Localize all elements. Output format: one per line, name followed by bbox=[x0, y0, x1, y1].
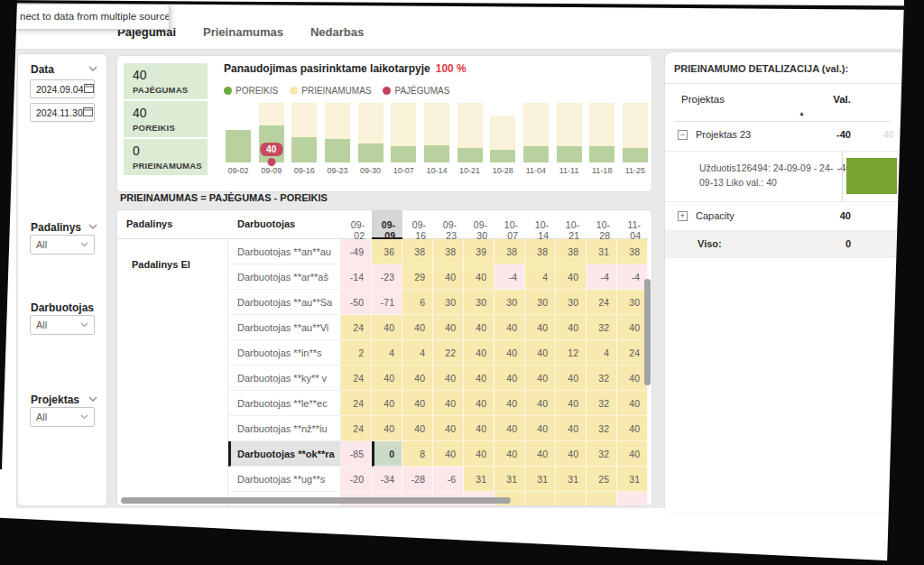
horizontal-scrollbar[interactable] bbox=[121, 497, 511, 504]
value-cell[interactable]: 32 bbox=[587, 441, 617, 467]
value-cell[interactable]: 40 bbox=[433, 441, 464, 467]
value-cell[interactable]: 32 bbox=[587, 315, 617, 340]
value-cell[interactable]: 40 bbox=[433, 366, 464, 391]
employee-name-cell[interactable]: Darbuotojas **ar**aš bbox=[228, 264, 341, 290]
legend-item-pajėgumas[interactable]: PAJĖGUMAS bbox=[383, 86, 449, 96]
value-cell[interactable]: 24 bbox=[341, 416, 372, 441]
chevron-down-icon[interactable] bbox=[88, 396, 97, 403]
value-cell[interactable]: -50 bbox=[341, 290, 372, 315]
value-cell[interactable]: -20 bbox=[341, 467, 372, 492]
vertical-scrollbar[interactable] bbox=[644, 279, 651, 385]
value-cell[interactable]: 40 bbox=[494, 416, 525, 441]
value-cell[interactable]: 31 bbox=[464, 467, 494, 492]
value-cell[interactable]: 40 bbox=[402, 416, 433, 441]
value-cell[interactable]: 40 bbox=[525, 366, 556, 391]
filter-dropdown-darbuotojas[interactable]: All bbox=[30, 315, 95, 335]
value-cell[interactable]: 4 bbox=[402, 340, 433, 366]
value-cell[interactable]: 40 bbox=[556, 264, 587, 290]
column-header-date[interactable]: 09-02 bbox=[341, 210, 372, 239]
column-header-darbuotojas[interactable]: Darbuotojas bbox=[228, 210, 341, 239]
tab-prieinamumas[interactable]: Prieinamumas bbox=[203, 25, 283, 39]
legend-item-poreikis[interactable]: POREIKIS bbox=[224, 86, 278, 96]
column-header-date[interactable]: 09-23 bbox=[433, 210, 464, 239]
value-cell[interactable]: 29 bbox=[402, 264, 433, 290]
value-cell[interactable]: 40 bbox=[556, 441, 587, 467]
value-cell[interactable]: -4 bbox=[587, 264, 617, 290]
value-cell[interactable]: 30 bbox=[525, 290, 556, 315]
value-cell[interactable]: 31 bbox=[556, 467, 587, 492]
value-cell[interactable]: 40 bbox=[556, 315, 587, 340]
stacked-bar[interactable] bbox=[457, 103, 483, 162]
value-cell[interactable]: 31 bbox=[617, 467, 648, 492]
value-cell[interactable]: 25 bbox=[587, 467, 617, 492]
value-cell[interactable]: 40 bbox=[617, 441, 648, 467]
value-cell[interactable]: 32 bbox=[587, 391, 617, 416]
value-cell[interactable]: 24 bbox=[341, 315, 372, 340]
value-cell[interactable]: 40 bbox=[372, 416, 402, 441]
value-cell[interactable]: 38 bbox=[556, 239, 587, 264]
value-cell[interactable]: 40 bbox=[464, 340, 494, 366]
value-cell[interactable]: 4 bbox=[587, 340, 617, 366]
employee-name-cell[interactable]: Darbuotojas **ug**s bbox=[228, 467, 341, 492]
value-cell[interactable]: 40 bbox=[494, 391, 525, 416]
value-cell[interactable]: 40 bbox=[617, 391, 648, 416]
employee-name-cell[interactable]: Darbuotojas **au**Sa bbox=[228, 290, 341, 315]
value-cell[interactable]: 40 bbox=[617, 416, 648, 441]
stacked-bar[interactable] bbox=[490, 103, 515, 162]
value-cell[interactable] bbox=[525, 492, 556, 505]
column-header-date[interactable]: 10-14 bbox=[525, 210, 556, 239]
value-cell[interactable]: -85 bbox=[341, 441, 372, 467]
employee-name-cell[interactable]: Darbuotojas **le**ec bbox=[228, 391, 341, 416]
value-cell[interactable]: 22 bbox=[433, 340, 464, 366]
value-cell[interactable]: 40 bbox=[494, 366, 525, 391]
value-cell[interactable]: 6 bbox=[402, 290, 433, 315]
value-cell[interactable]: 40 bbox=[372, 315, 402, 340]
value-cell[interactable]: 30 bbox=[494, 290, 525, 315]
stacked-bar[interactable] bbox=[589, 103, 614, 162]
value-cell[interactable]: 31 bbox=[494, 467, 525, 492]
employee-name-cell[interactable]: Darbuotojas **nž**iu bbox=[228, 416, 341, 441]
column-header-date[interactable]: 10-28 bbox=[587, 210, 617, 239]
column-header-date[interactable]: 09-09 bbox=[372, 210, 402, 239]
value-cell[interactable]: 38 bbox=[402, 239, 433, 264]
value-cell[interactable]: 40 bbox=[525, 340, 556, 366]
value-cell[interactable]: 12 bbox=[556, 340, 587, 366]
stacked-bar[interactable]: 40 bbox=[259, 103, 284, 162]
stacked-bar[interactable] bbox=[325, 103, 350, 162]
value-cell[interactable]: 32 bbox=[587, 416, 617, 441]
value-cell[interactable]: -4 bbox=[617, 264, 648, 290]
value-cell[interactable]: 40 bbox=[464, 416, 494, 441]
value-cell[interactable]: 40 bbox=[402, 315, 433, 340]
value-cell[interactable]: 30 bbox=[464, 290, 494, 315]
value-cell[interactable]: 40 bbox=[556, 416, 587, 441]
value-cell[interactable]: 39 bbox=[464, 239, 494, 264]
value-cell[interactable]: 40 bbox=[464, 315, 494, 340]
tab-nedarbas[interactable]: Nedarbas bbox=[310, 25, 364, 39]
sort-ascending-icon[interactable]: ▲ bbox=[799, 110, 805, 116]
employee-name-cell[interactable]: Darbuotojas **in**s bbox=[228, 340, 341, 366]
chevron-down-icon[interactable] bbox=[88, 224, 97, 231]
value-cell[interactable]: 40 bbox=[464, 441, 494, 467]
value-cell[interactable]: 40 bbox=[494, 315, 525, 340]
value-cell[interactable]: 24 bbox=[341, 391, 372, 416]
stacked-bar[interactable] bbox=[391, 103, 416, 162]
value-cell[interactable]: -71 bbox=[372, 290, 402, 315]
stacked-bar[interactable] bbox=[226, 103, 251, 162]
employee-name-cell[interactable]: Darbuotojas **au**Vi bbox=[228, 315, 341, 340]
expand-icon[interactable]: + bbox=[678, 211, 688, 221]
filter-dropdown-projektas[interactable]: All bbox=[30, 407, 95, 427]
value-cell[interactable]: -49 bbox=[341, 239, 372, 264]
value-cell[interactable]: -34 bbox=[372, 467, 402, 492]
value-cell[interactable]: 4 bbox=[525, 264, 556, 290]
value-cell[interactable]: -14 bbox=[341, 264, 372, 290]
chevron-down-icon[interactable] bbox=[88, 66, 97, 73]
value-cell[interactable]: 24 bbox=[587, 290, 617, 315]
value-cell[interactable]: 40 bbox=[372, 391, 402, 416]
column-header-date[interactable]: 09-16 bbox=[402, 210, 433, 239]
stacked-bar[interactable] bbox=[424, 103, 449, 162]
value-cell[interactable]: 40 bbox=[464, 391, 494, 416]
column-header-padalinys[interactable]: Padalinys bbox=[117, 210, 228, 239]
value-cell[interactable]: 38 bbox=[617, 239, 648, 264]
value-cell[interactable]: -6 bbox=[433, 467, 464, 492]
value-cell[interactable] bbox=[617, 492, 648, 505]
